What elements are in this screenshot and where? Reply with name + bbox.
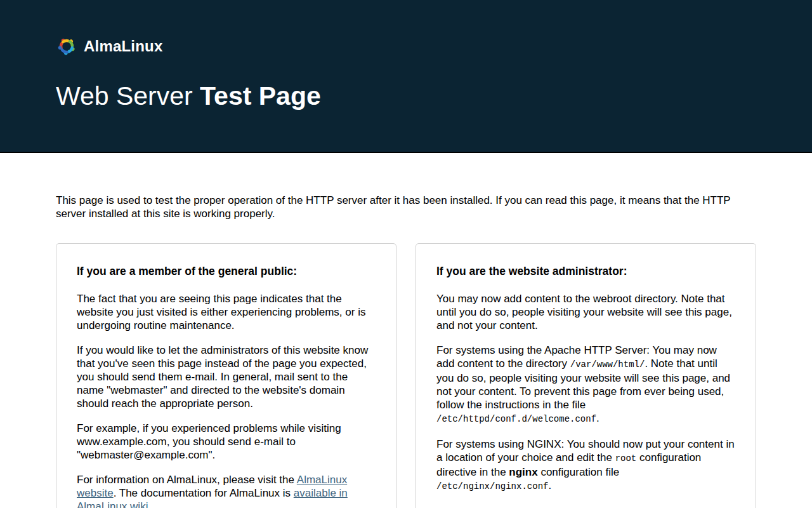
bold-text: nginx <box>509 466 537 478</box>
page-title-bold: Test Page <box>200 81 321 110</box>
page-title-regular: Web Server <box>56 81 200 110</box>
card-general-public-body: The fact that you are seeing this page i… <box>77 292 376 508</box>
card-website-administrator-body: You may now add content to the webroot d… <box>436 292 735 493</box>
paragraph: For systems using the Apache HTTP Server… <box>436 344 735 426</box>
mono-path: /etc/httpd/conf.d/welcome.conf <box>436 414 596 424</box>
text-run: The fact that you are seeing this page i… <box>77 293 365 331</box>
page-header: AlmaLinux Web Server Test Page <box>0 0 812 153</box>
text-run: . The documentation for AlmaLinux is <box>114 487 294 499</box>
card-website-administrator: If you are the website administrator: Yo… <box>416 243 756 508</box>
card-website-administrator-heading: If you are the website administrator: <box>436 265 735 278</box>
main-content: This page is used to test the proper ope… <box>0 153 812 508</box>
text-run: For information on AlmaLinux, please vis… <box>77 474 297 486</box>
paragraph: If you would like to let the administrat… <box>77 344 376 410</box>
mono-path: root <box>615 453 637 464</box>
text-run: You may now add content to the webroot d… <box>436 293 732 331</box>
intro-paragraph: This page is used to test the proper ope… <box>56 194 756 220</box>
text-run: . <box>548 479 551 491</box>
text-run: If you would like to let the administrat… <box>77 344 368 410</box>
paragraph: For information on AlmaLinux, please vis… <box>77 473 376 508</box>
page-title: Web Server Test Page <box>56 83 756 110</box>
card-general-public: If you are a member of the general publi… <box>56 243 396 508</box>
text-run: . <box>596 412 599 424</box>
text-run: configuration file <box>538 466 620 478</box>
text-run: . <box>148 500 151 508</box>
almalinux-logo-text: AlmaLinux <box>84 37 162 55</box>
info-cards: If you are a member of the general publi… <box>56 243 756 508</box>
mono-path: /etc/nginx/nginx.conf <box>436 481 548 491</box>
paragraph: For example, if you experienced problems… <box>77 422 376 462</box>
mono-path: /var/www/html/ <box>570 359 645 370</box>
paragraph: For systems using NGINX: You should now … <box>436 438 735 493</box>
text-run: For example, if you experienced problems… <box>77 422 341 461</box>
almalinux-logo: AlmaLinux <box>56 36 756 57</box>
paragraph: The fact that you are seeing this page i… <box>77 292 376 332</box>
paragraph: You may now add content to the webroot d… <box>436 292 735 332</box>
almalinux-logo-icon <box>56 36 77 57</box>
card-general-public-heading: If you are a member of the general publi… <box>77 265 376 278</box>
